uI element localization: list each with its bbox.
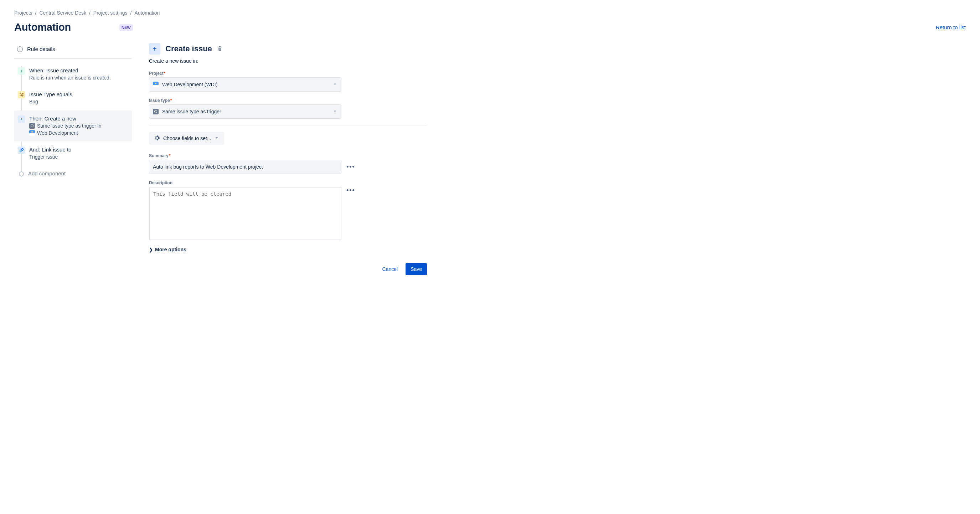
- add-component-button[interactable]: Add component: [14, 165, 132, 181]
- description-more-menu[interactable]: •••: [346, 187, 355, 194]
- breadcrumb: Projects / Central Service Desk / Projec…: [14, 10, 966, 16]
- action-config-panel: + Create issue Create a new issue in: Pr…: [149, 43, 427, 275]
- issue-type-icon: [29, 123, 35, 129]
- summary-more-menu[interactable]: •••: [346, 163, 355, 171]
- rule-sidebar: i Rule details + When: Issue created Rul…: [14, 43, 132, 275]
- issue-type-label: Issue type*: [149, 98, 427, 103]
- chevron-down-icon: [214, 135, 219, 142]
- more-options-label: More options: [155, 247, 186, 252]
- choose-fields-button[interactable]: Choose fields to set...: [149, 132, 224, 145]
- step-title: When: Issue created: [29, 67, 128, 73]
- rule-details-row[interactable]: i Rule details: [14, 43, 132, 59]
- description-label: Description: [149, 180, 427, 185]
- project-select-value: Web Development (WDI): [162, 82, 217, 88]
- breadcrumb-sep: /: [130, 10, 132, 16]
- new-badge: NEW: [119, 24, 133, 31]
- save-button[interactable]: Save: [406, 263, 427, 275]
- project-select[interactable]: Web Development (WDI): [149, 77, 341, 92]
- more-options-toggle[interactable]: ❯ More options: [149, 247, 427, 252]
- issue-type-select-value: Same issue type as trigger: [162, 109, 221, 115]
- crumb-project-settings[interactable]: Project settings: [93, 10, 127, 16]
- step-subtitle: Rule is run when an issue is created.: [29, 74, 128, 81]
- panel-title: Create issue: [165, 44, 212, 54]
- rule-details-label: Rule details: [27, 46, 55, 52]
- page-header-left: Automation NEW: [14, 21, 133, 33]
- crumb-automation[interactable]: Automation: [134, 10, 160, 16]
- breadcrumb-sep: /: [35, 10, 37, 16]
- crumb-service-desk[interactable]: Central Service Desk: [39, 10, 86, 16]
- chevron-right-icon: ❯: [149, 247, 153, 252]
- step-sub-pre: Same issue type as trigger in: [37, 122, 102, 129]
- page-header: Automation NEW Return to list: [14, 21, 966, 33]
- project-avatar-icon: [153, 82, 159, 88]
- delete-action-button[interactable]: [217, 46, 223, 53]
- add-component-label: Add component: [28, 170, 128, 177]
- panel-header: + Create issue: [149, 43, 427, 54]
- info-icon: i: [17, 46, 23, 52]
- step-issue-type-equals[interactable]: Issue Type equals Bug: [14, 86, 132, 110]
- step-sub-post: Web Development: [37, 129, 78, 137]
- plus-icon: +: [18, 116, 25, 123]
- shuffle-icon: [18, 91, 25, 99]
- page-title: Automation: [14, 21, 71, 33]
- choose-fields-label: Choose fields to set...: [163, 135, 211, 141]
- empty-circle-icon: [19, 172, 24, 177]
- step-subtitle: Trigger issue: [29, 153, 128, 161]
- plus-icon: +: [149, 43, 161, 54]
- gear-icon: [154, 135, 161, 142]
- rule-steps: + When: Issue created Rule is run when a…: [14, 59, 132, 181]
- return-to-list-link[interactable]: Return to list: [936, 24, 966, 30]
- chevron-down-icon: [332, 82, 337, 88]
- breadcrumb-sep: /: [89, 10, 91, 16]
- chevron-down-icon: [332, 109, 337, 115]
- panel-footer: Cancel Save: [149, 263, 427, 275]
- step-subtitle: Bug: [29, 98, 128, 105]
- step-title: Issue Type equals: [29, 91, 128, 97]
- summary-label: Summary*: [149, 153, 427, 158]
- plus-icon: +: [18, 67, 25, 75]
- project-label: Project*: [149, 71, 427, 76]
- summary-input[interactable]: [149, 160, 341, 174]
- link-icon: [18, 146, 25, 154]
- step-then-create-new[interactable]: + Then: Create a new Same issue type as …: [14, 110, 132, 142]
- crumb-projects[interactable]: Projects: [14, 10, 32, 16]
- project-avatar-icon: [29, 130, 35, 136]
- issue-type-icon: [153, 109, 159, 115]
- required-asterisk: *: [170, 98, 172, 103]
- step-when-issue-created[interactable]: + When: Issue created Rule is run when a…: [14, 62, 132, 86]
- step-subtitle-project: Web Development: [29, 129, 128, 137]
- required-asterisk: *: [164, 71, 166, 76]
- required-asterisk: *: [169, 153, 171, 158]
- panel-subtitle: Create a new issue in:: [149, 58, 427, 64]
- step-title: And: Link issue to: [29, 146, 128, 153]
- cancel-button[interactable]: Cancel: [377, 263, 403, 275]
- step-title: Then: Create a new: [29, 116, 128, 121]
- issue-type-select[interactable]: Same issue type as trigger: [149, 105, 341, 119]
- step-and-link-issue[interactable]: And: Link issue to Trigger issue: [14, 142, 132, 165]
- step-subtitle: Same issue type as trigger in: [29, 122, 128, 129]
- description-textarea[interactable]: [149, 187, 341, 240]
- divider: [149, 125, 427, 126]
